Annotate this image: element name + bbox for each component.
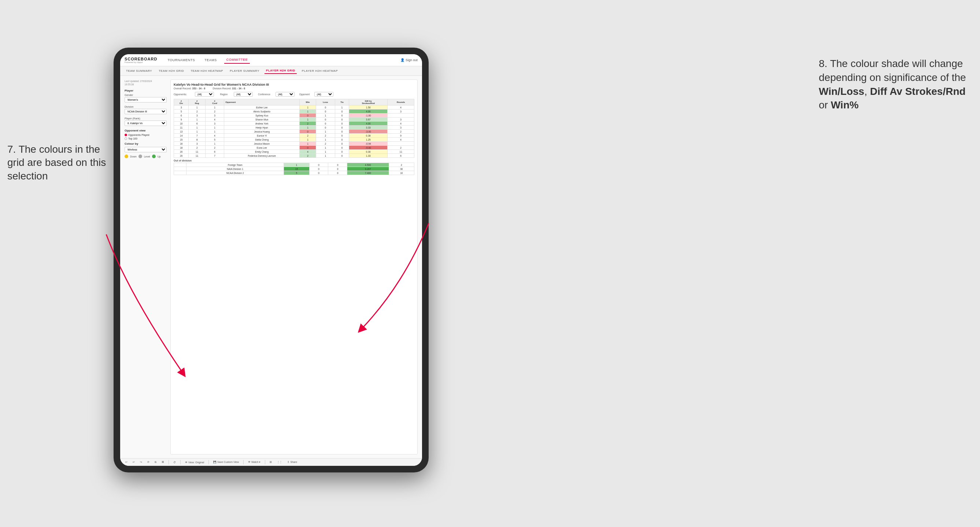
player-rank-label: Player (Rank) [124,117,167,120]
col-reg: #Reg [189,99,205,105]
gender-select[interactable]: Women's [124,97,167,103]
grid-title: Katelyn Vo Head-to-Head Grid for Women's… [173,83,414,86]
col-diff: Diff AvStrokes/Rnd [349,99,388,105]
table-row: 1822 Euna Lee 0 1 0 -5.00 2 [174,146,414,150]
region-select[interactable]: (All) [234,92,253,97]
tablet-frame: SCOREBOARD Powered by clippd TOURNAMENTS… [114,48,429,472]
opponents-select[interactable]: (All) [195,92,214,97]
out-of-division-label: Out of division [173,158,414,163]
table-row: 633 Sydney Kuo 0 1 0 -1.00 [174,114,414,117]
left-panel: Last Updated: 27/03/2024 16:55:38 Player… [124,79,167,454]
gender-label: Gender [124,94,167,96]
toolbar-sep-3 [208,460,209,464]
colour-by-label: Colour by [124,142,167,145]
toolbar-sep-4 [243,460,243,464]
grid-icon-button[interactable]: ⋮⋮ [275,460,283,464]
player-rank-filter: Player (Rank) 8. Katelyn Vo [124,117,167,126]
sub-nav: TEAM SUMMARY TEAM H2H GRID TEAM H2H HEAT… [120,66,422,76]
legend: Down Level Up [124,154,167,158]
sub-nav-player-h2h-grid[interactable]: PLAYER H2H GRID [264,68,297,74]
radio-top100-dot [124,137,127,140]
grid-filter-row: Opponents: (All) Region (All) Conference… [173,92,414,97]
radio-opponents-played-label: Opponents Played [128,134,150,136]
sub-nav-player-summary[interactable]: PLAYER SUMMARY [228,68,261,74]
grid-records: Overall Record: 353 - 34 - 6 Division Re… [173,87,414,90]
sub-nav-player-h2h-heatmap[interactable]: PLAYER H2H HEATMAP [301,68,340,74]
bottom-toolbar: ↩ ↩ ↪ ⟳ ⧉ ⌘ ⏱ 👁 View: Original 💾 Save Cu… [120,458,422,466]
timer-button[interactable]: ⏱ [172,460,177,464]
main-table-body: 311 Esther Lee 1 0 1 1.50 4 522 Alexis S… [174,105,414,158]
opponent-view-title: Opponent view [124,129,167,132]
table-row: 20116 Emily Chang 4 1 0 0.30 11 [174,150,414,154]
watch-button[interactable]: 👁 Watch ▾ [247,460,262,464]
legend-level-dot [138,154,142,158]
annotation-left-text: 7. The colours in the grid are based on … [7,144,106,182]
nav-teams[interactable]: TEAMS [202,57,219,63]
division-select[interactable]: NCAA Division III [124,109,167,114]
table-row: Foreign Team 1 0 0 4.500 2 [174,163,414,167]
logo-sub: Powered by clippd [124,61,157,63]
nav-committee[interactable]: COMMITTEE [224,56,250,64]
annotation-right-text-1: 8. The colour shade will change dependin… [819,58,966,111]
col-win: Win [300,99,316,105]
table-row: NCAA Division 2 5 0 0 7.400 10 [174,171,414,175]
colour-by-select[interactable]: Win/loss [124,147,167,152]
col-opponent: Opponent [224,99,300,105]
sign-out-button[interactable]: 👤 Sign out [401,58,418,62]
division-filter: Division NCAA Division III [124,105,167,114]
main-content: Last Updated: 27/03/2024 16:55:38 Player… [120,76,422,458]
table-row: 914 Sharon Mun 1 0 0 3.67 3 [174,117,414,122]
conference-select[interactable]: (All) [275,92,294,97]
last-updated-date: Last Updated: 27/03/2024 [124,79,167,83]
redo-button[interactable]: ↪ [138,460,143,464]
radio-opponents-played[interactable]: Opponents Played [124,134,167,136]
table-row: 1063 Andrea York 2 0 0 4.00 4 [174,122,414,125]
table-row: 311 Esther Lee 1 0 1 1.50 4 [174,105,414,110]
player-section-title: Player [124,89,167,92]
top-nav: SCOREBOARD Powered by clippd TOURNAMENTS… [120,54,422,66]
view-original-button[interactable]: 👁 View: Original [183,460,205,464]
radio-top100[interactable]: Top 100 [124,137,167,140]
player-rank-select[interactable]: 8. Katelyn Vo [124,121,167,126]
sub-nav-team-h2h-grid[interactable]: TEAM H2H GRID [157,68,185,74]
tablet-screen: SCOREBOARD Powered by clippd TOURNAMENTS… [120,54,422,466]
logo-area: SCOREBOARD Powered by clippd [124,57,157,63]
sub-nav-team-h2h-heatmap[interactable]: TEAM H2H HEATMAP [189,68,224,74]
main-table: #Div #Reg #Conf Opponent Win Loss Tie Di… [173,99,414,158]
nav-tournaments[interactable]: TOURNAMENTS [165,57,197,63]
table-row: NAIA Division 1 15 0 0 9.267 30 [174,167,414,171]
layout-button[interactable]: ⊞ [268,460,273,464]
region-label: Region [217,93,231,95]
division-label: Division [124,105,167,108]
annotation-left: 7. The colours in the grid are based on … [7,143,106,183]
opponent-select[interactable]: (All) [314,92,333,97]
copy-button[interactable]: ⧉ [153,460,158,464]
logo-text: SCOREBOARD [124,57,157,61]
legend-down-dot [124,154,128,158]
undo-button[interactable]: ↩ [124,460,129,464]
table-row: 1311 Jessica Huang 0 1 0 -3.00 2 [174,130,414,134]
undo2-button[interactable]: ↩ [131,460,136,464]
out-division-table: Foreign Team 1 0 0 4.500 2 NAIA Division… [173,163,414,175]
col-div: #Div [174,99,189,105]
gender-filter: Gender Women's [124,94,167,103]
out-division-table-body: Foreign Team 1 0 0 4.500 2 NAIA Division… [174,163,414,175]
paste-button[interactable]: ⌘ [160,460,165,464]
toolbar-sep-2 [180,460,181,464]
division-record: Division Record: 331 - 34 - 6 [213,87,245,90]
last-updated-time: 16:55:38 [124,83,167,86]
overall-record: Overall Record: 353 - 34 - 6 [173,87,205,90]
table-row: 1474 Eunice Yi 2 2 0 0.38 9 [174,134,414,138]
legend-up-dot [152,154,156,158]
refresh-button[interactable]: ⟳ [146,460,151,464]
table-row: 1631 Jessica Mason 1 2 0 -0.94 [174,142,414,146]
radio-opponents-played-dot [124,134,127,136]
annotation-right: 8. The colour shade will change dependin… [819,57,973,112]
share-button[interactable]: ↥ Share [286,460,299,464]
table-row: 1585 Stella Cheng 1 1 0 1.25 4 [174,138,414,142]
conference-label: Conference [256,93,272,95]
sub-nav-team-summary[interactable]: TEAM SUMMARY [124,68,153,74]
save-custom-button[interactable]: 💾 Save Custom View [212,460,240,464]
last-updated: Last Updated: 27/03/2024 16:55:38 [124,79,167,86]
table-row: 1111 Heejo Hyun 1 0 0 3.33 3 [174,125,414,130]
